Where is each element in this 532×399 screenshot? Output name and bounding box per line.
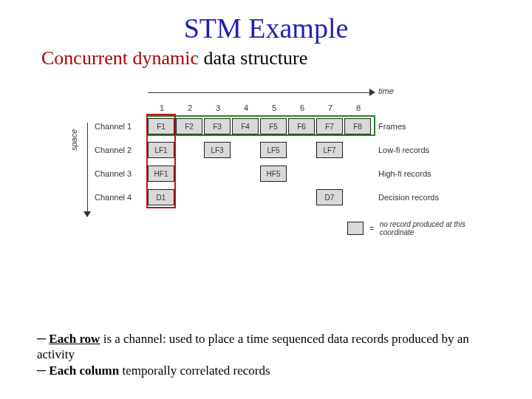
table-row: Channel 1 F1 F2 F3 F4 F5 F6 F7 F8 Frames: [95, 117, 439, 136]
row-label: Channel 3: [95, 169, 148, 178]
stm-diagram: time space 1 2 3 4 5 6 7 8 Channel 1 F1: [59, 87, 473, 235]
cell: [176, 189, 202, 205]
table-row: Channel 2 LF1 LF3 LF5 LF7 Low-fi records: [95, 140, 439, 160]
dash-icon: ─: [37, 364, 49, 378]
legend-swatch: [347, 222, 364, 235]
cell: LF3: [204, 142, 231, 158]
space-axis: [83, 123, 92, 211]
cell: F8: [344, 118, 371, 134]
row-cells: LF1 LF3 LF5 LF7: [148, 142, 371, 158]
cell: [288, 166, 315, 182]
cell: [176, 166, 202, 182]
subtitle: Concurrent dynamic data structure: [41, 47, 495, 69]
cell: F6: [288, 118, 315, 134]
col-header: 6: [288, 103, 316, 112]
time-axis-line: [148, 92, 369, 93]
row-right-label: Frames: [378, 122, 406, 131]
time-axis-arrowhead: [369, 89, 375, 96]
legend-text: no record produced at this coordinate: [380, 220, 473, 236]
table-row: Channel 3 HF1 HF5 High-fi records: [95, 164, 439, 183]
row-right-label: Decision records: [378, 193, 439, 202]
cell: F5: [260, 118, 287, 134]
row-right-label: High-fi records: [378, 169, 432, 178]
legend-equals: =: [369, 225, 374, 233]
cell: [204, 189, 231, 205]
cell: F4: [232, 118, 259, 134]
col-header: 7: [316, 103, 344, 112]
space-axis-line: [87, 123, 88, 211]
subtitle-red: Concurrent dynamic: [41, 47, 199, 69]
col-header: 5: [260, 103, 288, 112]
slide: STM Example Concurrent dynamic data stru…: [0, 0, 532, 235]
cell: F3: [204, 118, 231, 134]
legend: = no record produced at this coordinate: [347, 220, 473, 236]
cell: D7: [316, 189, 343, 205]
row-label: Channel 4: [95, 193, 148, 202]
cell: [176, 142, 202, 158]
note-bold: Each column: [49, 364, 119, 378]
cell: [232, 166, 259, 182]
cell: [204, 166, 231, 182]
row-cells: F1 F2 F3 F4 F5 F6 F7 F8: [148, 118, 371, 134]
row-label: Channel 2: [95, 146, 148, 154]
row-cells: D1 D7: [148, 189, 371, 205]
note-line-2: ─ Each column temporally correlated reco…: [37, 363, 495, 378]
cell: [344, 189, 371, 205]
cell: [288, 189, 315, 205]
col-header: 2: [176, 103, 204, 112]
row-right-label: Low-fi records: [378, 146, 429, 154]
note-line-1: ─ Each row is a channel: used to place a…: [37, 331, 495, 363]
note-bold: Each row: [49, 332, 100, 346]
subtitle-rest: data structure: [199, 47, 307, 69]
notes: ─ Each row is a channel: used to place a…: [37, 331, 495, 378]
cell: [344, 142, 371, 158]
dash-icon: ─: [37, 332, 49, 346]
col-header: 1: [148, 103, 176, 112]
cell: [232, 189, 259, 205]
note-text: is a channel: used to place a time seque…: [37, 332, 469, 361]
time-axis: [148, 87, 369, 98]
cell: [288, 142, 315, 158]
table-row: Channel 4 D1 D7 Decision records: [95, 188, 439, 207]
cell: LF1: [148, 142, 174, 158]
column-headers: 1 2 3 4 5 6 7 8: [148, 103, 372, 112]
cell: [260, 189, 287, 205]
cell: HF1: [148, 166, 174, 182]
table-body: Channel 1 F1 F2 F3 F4 F5 F6 F7 F8 Frames…: [95, 117, 439, 211]
row-cells: HF1 HF5: [148, 166, 371, 182]
row-label: Channel 1: [95, 122, 148, 131]
cell: LF5: [260, 142, 287, 158]
col-header: 3: [204, 103, 232, 112]
cell: [232, 142, 259, 158]
space-axis-label: space: [69, 129, 78, 151]
cell: F1: [148, 118, 174, 134]
note-text: temporally correlated records: [119, 364, 270, 378]
cell: [316, 166, 343, 182]
time-axis-label: time: [378, 86, 394, 95]
cell: LF7: [316, 142, 343, 158]
cell: [344, 166, 371, 182]
space-axis-arrowhead: [83, 211, 91, 217]
col-header: 4: [232, 103, 260, 112]
col-header: 8: [344, 103, 372, 112]
cell: F2: [176, 118, 202, 134]
cell: F7: [316, 118, 343, 134]
cell: HF5: [260, 166, 287, 182]
cell: D1: [148, 189, 174, 205]
page-title: STM Example: [37, 12, 495, 44]
